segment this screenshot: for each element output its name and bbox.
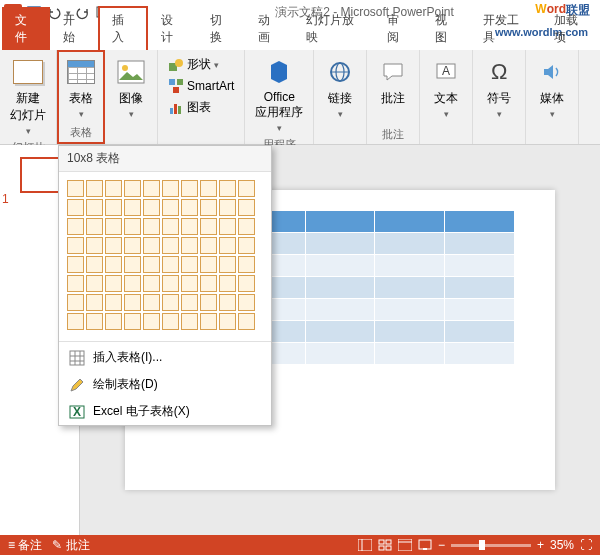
- grid-cell[interactable]: [86, 180, 103, 197]
- grid-cell[interactable]: [143, 180, 160, 197]
- grid-cell[interactable]: [67, 199, 84, 216]
- grid-cell[interactable]: [143, 256, 160, 273]
- tab-addins[interactable]: 加载项: [541, 7, 600, 50]
- comments-button[interactable]: ✎ 批注: [52, 537, 89, 554]
- grid-cell[interactable]: [86, 256, 103, 273]
- zoom-slider[interactable]: [451, 544, 531, 547]
- media-button[interactable]: 媒体▾: [532, 54, 572, 121]
- zoom-out-button[interactable]: −: [438, 538, 445, 552]
- grid-cell[interactable]: [105, 237, 122, 254]
- grid-cell[interactable]: [219, 294, 236, 311]
- grid-cell[interactable]: [162, 294, 179, 311]
- tab-animations[interactable]: 动画: [245, 7, 293, 50]
- grid-cell[interactable]: [200, 313, 217, 330]
- chart-button[interactable]: 图表: [164, 97, 238, 118]
- notes-button[interactable]: ≡ 备注: [8, 537, 42, 554]
- grid-cell[interactable]: [124, 275, 141, 292]
- grid-cell[interactable]: [143, 294, 160, 311]
- grid-cell[interactable]: [67, 294, 84, 311]
- grid-cell[interactable]: [124, 313, 141, 330]
- grid-cell[interactable]: [200, 237, 217, 254]
- grid-cell[interactable]: [86, 237, 103, 254]
- symbol-button[interactable]: Ω 符号▾: [479, 54, 519, 121]
- grid-cell[interactable]: [219, 199, 236, 216]
- grid-cell[interactable]: [105, 275, 122, 292]
- table-button[interactable]: 表格 ▾: [61, 54, 101, 121]
- grid-cell[interactable]: [238, 256, 255, 273]
- grid-cell[interactable]: [181, 294, 198, 311]
- link-button[interactable]: 链接▾: [320, 54, 360, 121]
- grid-cell[interactable]: [86, 313, 103, 330]
- grid-cell[interactable]: [124, 237, 141, 254]
- grid-cell[interactable]: [238, 313, 255, 330]
- office-apps-button[interactable]: Office 应用程序 ▾: [251, 54, 307, 135]
- tab-slideshow[interactable]: 幻灯片放映: [293, 7, 374, 50]
- zoom-in-button[interactable]: +: [537, 538, 544, 552]
- grid-cell[interactable]: [143, 199, 160, 216]
- grid-cell[interactable]: [238, 218, 255, 235]
- grid-cell[interactable]: [181, 180, 198, 197]
- grid-cell[interactable]: [124, 218, 141, 235]
- shapes-button[interactable]: 形状▾: [164, 54, 238, 75]
- tab-review[interactable]: 审阅: [374, 7, 422, 50]
- grid-cell[interactable]: [67, 180, 84, 197]
- grid-cell[interactable]: [162, 275, 179, 292]
- slideshow-view-icon[interactable]: [418, 539, 432, 551]
- grid-cell[interactable]: [105, 218, 122, 235]
- grid-cell[interactable]: [67, 218, 84, 235]
- grid-cell[interactable]: [181, 275, 198, 292]
- grid-cell[interactable]: [105, 180, 122, 197]
- grid-cell[interactable]: [143, 313, 160, 330]
- grid-cell[interactable]: [86, 199, 103, 216]
- grid-cell[interactable]: [238, 199, 255, 216]
- grid-cell[interactable]: [162, 180, 179, 197]
- grid-cell[interactable]: [143, 218, 160, 235]
- grid-cell[interactable]: [219, 313, 236, 330]
- comment-button[interactable]: 批注: [373, 54, 413, 109]
- tab-file[interactable]: 文件: [2, 7, 50, 50]
- grid-cell[interactable]: [143, 275, 160, 292]
- new-slide-button[interactable]: 新建 幻灯片 ▾: [6, 54, 50, 138]
- tab-transitions[interactable]: 切换: [197, 7, 245, 50]
- grid-cell[interactable]: [143, 237, 160, 254]
- grid-cell[interactable]: [67, 275, 84, 292]
- grid-cell[interactable]: [181, 199, 198, 216]
- grid-cell[interactable]: [67, 237, 84, 254]
- grid-cell[interactable]: [200, 180, 217, 197]
- grid-cell[interactable]: [219, 180, 236, 197]
- grid-cell[interactable]: [124, 294, 141, 311]
- grid-cell[interactable]: [200, 199, 217, 216]
- grid-cell[interactable]: [181, 218, 198, 235]
- fit-to-window-icon[interactable]: ⛶: [580, 538, 592, 552]
- insert-table-item[interactable]: 插入表格(I)...: [59, 344, 271, 371]
- grid-cell[interactable]: [124, 199, 141, 216]
- tab-home[interactable]: 开始: [50, 7, 98, 50]
- text-button[interactable]: A 文本▾: [426, 54, 466, 121]
- grid-cell[interactable]: [181, 256, 198, 273]
- grid-cell[interactable]: [86, 218, 103, 235]
- grid-cell[interactable]: [219, 275, 236, 292]
- grid-cell[interactable]: [200, 256, 217, 273]
- grid-cell[interactable]: [105, 256, 122, 273]
- grid-cell[interactable]: [162, 256, 179, 273]
- grid-cell[interactable]: [200, 294, 217, 311]
- grid-cell[interactable]: [238, 294, 255, 311]
- grid-cell[interactable]: [105, 313, 122, 330]
- grid-cell[interactable]: [86, 294, 103, 311]
- grid-cell[interactable]: [162, 199, 179, 216]
- grid-cell[interactable]: [105, 294, 122, 311]
- grid-cell[interactable]: [200, 218, 217, 235]
- draw-table-item[interactable]: 绘制表格(D): [59, 371, 271, 398]
- tab-developer[interactable]: 开发工具: [470, 7, 540, 50]
- grid-cell[interactable]: [219, 237, 236, 254]
- grid-cell[interactable]: [67, 313, 84, 330]
- grid-cell[interactable]: [219, 218, 236, 235]
- grid-cell[interactable]: [181, 313, 198, 330]
- grid-cell[interactable]: [181, 237, 198, 254]
- grid-cell[interactable]: [238, 275, 255, 292]
- grid-cell[interactable]: [162, 218, 179, 235]
- grid-cell[interactable]: [219, 256, 236, 273]
- grid-cell[interactable]: [238, 180, 255, 197]
- grid-cell[interactable]: [67, 256, 84, 273]
- grid-cell[interactable]: [162, 313, 179, 330]
